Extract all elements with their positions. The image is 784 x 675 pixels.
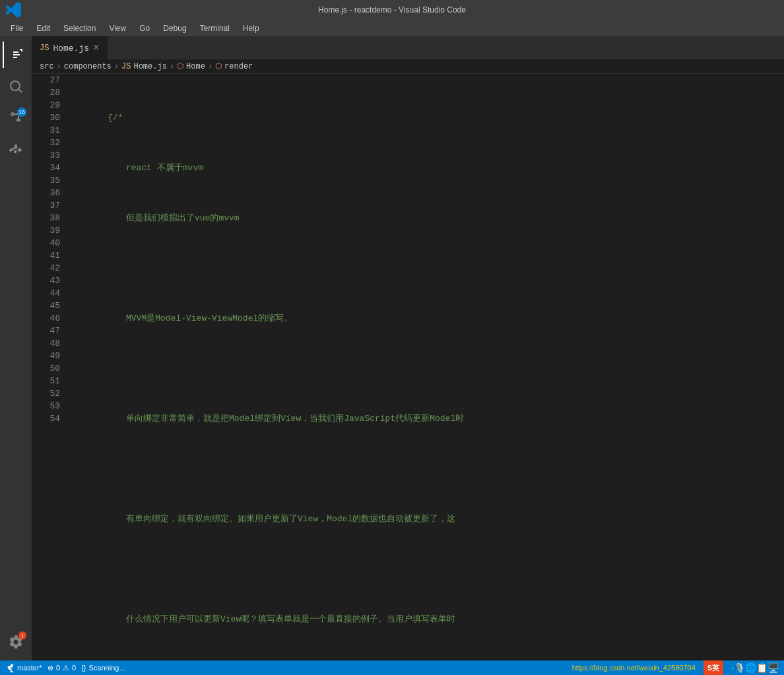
menu-edit[interactable]: Edit: [31, 22, 55, 34]
warning-count: 0: [72, 664, 76, 672]
code-line-36: [71, 563, 784, 575]
tab-label: Home.js: [53, 44, 89, 53]
activity-bar: 16 1: [0, 36, 32, 660]
code-line-34: [71, 463, 784, 475]
activity-source-control[interactable]: 16: [3, 105, 29, 131]
activity-extensions[interactable]: [3, 137, 29, 163]
branch-icon: [5, 663, 15, 672]
csdn-badge[interactable]: S英: [703, 660, 723, 675]
code-content: {/* react 不属于mvvm 但是我们模拟出了vue的mvvm MVVM是…: [68, 74, 784, 660]
menu-file[interactable]: File: [5, 22, 28, 34]
svg-point-0: [11, 81, 20, 90]
breadcrumb-home-icon: ⬡: [177, 61, 183, 71]
breadcrumb-components: components: [64, 62, 112, 71]
tab-close-button[interactable]: ×: [93, 43, 100, 53]
activity-search[interactable]: [3, 73, 29, 100]
window-title: Home.js - reactdemo - Visual Studio Code: [318, 5, 466, 15]
editor-area: JS Home.js × src › components › JS Home.…: [32, 36, 784, 660]
code-line-33: 单向绑定非常简单，就是把Model绑定到View，当我们用JavaScript代…: [71, 412, 784, 425]
menu-selection[interactable]: Selection: [58, 22, 101, 34]
activity-bottom: 1: [3, 629, 29, 655]
scanning-item: {} Scanning...: [81, 664, 125, 672]
breadcrumb-sep1: ›: [57, 62, 61, 71]
menu-bar: File Edit Selection View Go Debug Termin…: [0, 20, 784, 36]
breadcrumb-src: src: [40, 62, 54, 71]
menu-debug[interactable]: Debug: [158, 22, 191, 34]
branch-item[interactable]: master*: [5, 663, 42, 672]
breadcrumb-render-icon: ⬡: [215, 61, 222, 71]
code-line-31: MVVM是Model-View-ViewModel的缩写。: [71, 312, 784, 325]
breadcrumb-render: render: [224, 62, 253, 71]
tab-js-icon: JS: [40, 44, 49, 53]
breadcrumb: src › components › JS Home.js › ⬡ Home ›…: [32, 59, 784, 74]
breadcrumb-sep4: ›: [208, 62, 212, 71]
code-line-35: 有单向绑定，就有双向绑定。如果用户更新了View，Model的数据也自动被更新了…: [71, 513, 784, 525]
code-area: 27 28 29 30 31 32 33 34 35 36 37 38 39 4…: [32, 74, 784, 660]
status-bar: master* ⊗ 0 ⚠ 0 {} Scanning... https://b…: [0, 660, 784, 675]
breadcrumb-homejs: Home.js: [133, 62, 166, 71]
activity-settings[interactable]: 1: [3, 629, 29, 655]
emoji-icons: ·🎙️🌐📋🖥️: [731, 662, 779, 673]
code-line-29: 但是我们模拟出了vue的mvvm: [71, 212, 784, 224]
code-line-30: [71, 262, 784, 274]
tab-homejs[interactable]: JS Home.js ×: [32, 36, 108, 59]
code-line-37: 什么情况下用户可以更新View呢？填写表单就是一个最直接的例子。当用户填写表单时: [71, 613, 784, 626]
breadcrumb-sep3: ›: [170, 62, 174, 71]
tab-bar: JS Home.js ×: [32, 36, 784, 59]
status-right: https://blog.csdn.net/weixin_42580704 S英…: [572, 660, 779, 675]
breadcrumb-home: Home: [186, 62, 205, 71]
code-line-32: [71, 362, 784, 375]
csdn-url[interactable]: https://blog.csdn.net/weixin_42580704: [572, 664, 696, 672]
error-icon: ⊗: [48, 664, 53, 672]
code-line-28: react 不属于mvvm: [71, 162, 784, 174]
title-bar: Home.js - reactdemo - Visual Studio Code: [0, 0, 784, 20]
menu-view[interactable]: View: [104, 22, 131, 34]
scanning-text: Scanning...: [89, 664, 125, 672]
source-control-badge: 16: [17, 108, 26, 117]
status-left: master* ⊗ 0 ⚠ 0 {} Scanning...: [5, 663, 125, 672]
main-layout: 16 1 JS Home.js × src › components ›: [0, 36, 784, 660]
menu-go[interactable]: Go: [134, 22, 155, 34]
error-count: 0: [56, 664, 60, 672]
code-line-27: {/*: [71, 112, 784, 124]
scanning-icon: {}: [81, 664, 86, 672]
branch-name: master*: [17, 664, 42, 672]
menu-terminal[interactable]: Terminal: [195, 22, 235, 34]
warning-icon: ⚠: [63, 664, 69, 672]
line-numbers: 27 28 29 30 31 32 33 34 35 36 37 38 39 4…: [32, 74, 68, 660]
breadcrumb-sep2: ›: [114, 62, 119, 71]
settings-badge: 1: [18, 631, 26, 639]
svg-line-1: [19, 90, 22, 92]
errors-item[interactable]: ⊗ 0 ⚠ 0: [48, 664, 76, 672]
breadcrumb-js-icon: JS: [121, 62, 131, 71]
menu-help[interactable]: Help: [238, 22, 265, 34]
vscode-icon: [5, 2, 21, 18]
activity-explorer[interactable]: [3, 42, 29, 68]
